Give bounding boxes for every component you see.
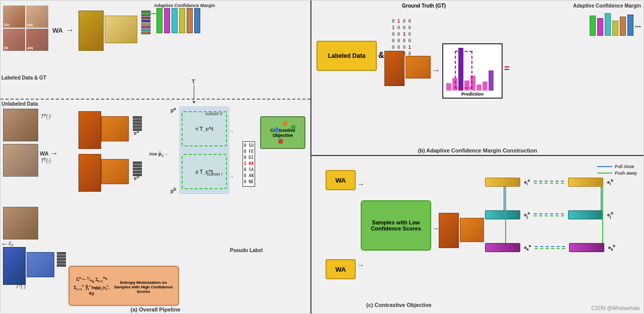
ek-b-label: ekb xyxy=(608,244,615,252)
ave-label: Ave p̃c→ xyxy=(149,151,168,158)
arrow-green-1 xyxy=(150,13,158,14)
bar-7 xyxy=(489,70,494,91)
contrastive-box: Contrastive Objective xyxy=(260,116,305,149)
ts-label: Ts(·) xyxy=(16,282,26,289)
feat-vec-blue xyxy=(57,252,66,267)
rt-nn-orange xyxy=(384,51,405,86)
threshold-upper-box: < T_c^t xyxy=(182,111,227,146)
subset-i-label: subset I xyxy=(206,172,222,177)
bar-5 xyxy=(476,85,481,91)
bar-6 xyxy=(482,82,488,91)
tb-label: Tb(·) xyxy=(41,156,51,164)
arrow-box-right: → xyxy=(432,224,439,232)
ei-a-block xyxy=(485,178,520,187)
ek-a-block xyxy=(485,243,520,252)
vert-line-left-1 xyxy=(504,187,505,210)
legend-pull: Pull close xyxy=(597,164,637,169)
subset-ii-arrow: → xyxy=(229,129,234,134)
rt-arrow-right: → xyxy=(432,66,440,75)
nn-block-top xyxy=(78,11,104,51)
ek-push-arrow xyxy=(535,248,565,249)
right-top-label: (b) Adaptive Confidence Margin Construct… xyxy=(418,147,537,153)
acm-label-top: Adaptive Confidence Margin xyxy=(154,3,215,8)
ea-label: ea xyxy=(134,129,139,136)
right-bottom-left: WA WA Samples with Low Confidence Scores… xyxy=(315,160,482,309)
wa-arrow-top: WA → xyxy=(52,26,74,35)
watermark: CSDN @Whalawhala xyxy=(591,305,639,311)
low-confidence-box: Samples with Low Confidence Scores xyxy=(361,200,431,251)
ei-pull-arrow xyxy=(534,181,564,182)
labeled-data-label: Labeled Data & GT xyxy=(2,75,46,81)
bar-chart-container xyxy=(445,46,500,92)
row-ei: eia eib xyxy=(485,178,613,187)
nn-blue-bottom-fc xyxy=(27,252,54,277)
diagram-wrapper: Labeled Data & GT SU HA DI AN WA → xyxy=(1,1,643,313)
pb-label: pb xyxy=(171,187,176,194)
right-top-panel: Ground Truth (GT) 0 1 0 0 1 0 0 0 0 0 1 … xyxy=(311,1,643,156)
face-su: SU xyxy=(3,6,25,28)
threshold-upper-label: < T_c^t xyxy=(195,126,213,132)
face-grid: SU HA DI AN xyxy=(3,6,48,51)
dashed-highlight xyxy=(455,51,472,89)
ei-arrows xyxy=(534,181,564,184)
face-di-label: DI xyxy=(4,46,8,50)
face-su-label: SU xyxy=(4,23,10,27)
face-ha: HA xyxy=(26,6,48,28)
legend-push: Push away xyxy=(597,171,637,176)
vert-line-left-2 xyxy=(505,187,506,243)
pseudo-label-text: Pseudo Label xyxy=(230,248,263,253)
row-ej: eja ejb xyxy=(485,210,613,219)
face-an: AN xyxy=(26,29,48,51)
ek-b-block xyxy=(569,243,604,252)
subset-ii-label: subset II xyxy=(205,111,222,116)
acm-blocks-right: ... xyxy=(590,13,641,36)
wa-box-top: WA xyxy=(326,170,356,190)
feat-vec-top xyxy=(141,11,150,34)
face-an-label: AN xyxy=(27,46,33,50)
entropy-box: ℒu = -1/Nh Σi=1Nh Σc=1C ỹic log(pc(xis, … xyxy=(68,266,179,306)
face-di: DI xyxy=(3,29,25,51)
ej-a-label: eja xyxy=(524,211,530,219)
pipeline-label: (a) Overall Pipeline xyxy=(130,306,180,312)
entropy-label: Entropy Minimization on Samples with Hig… xyxy=(111,280,176,294)
unlabeled-face-2 xyxy=(3,144,38,177)
arrow-wa-top-right: → xyxy=(357,180,364,188)
nn-fc-top xyxy=(105,16,137,43)
t-arrow: T ▼ xyxy=(192,78,196,105)
ei-b-label: eib xyxy=(607,178,613,186)
nn-orange-lower-fc xyxy=(101,159,129,184)
arrow-wa-bottom-right: → xyxy=(357,261,364,269)
prediction-chart: Prediction xyxy=(442,43,503,99)
right-bottom-left-label: (c) Contrastive Objective xyxy=(366,302,432,308)
right-panel: Ground Truth (GT) 0 1 0 0 1 0 0 0 0 0 1 … xyxy=(311,1,643,313)
legend: Pull close Push away xyxy=(597,164,637,176)
nn-blue-bottom xyxy=(3,247,26,285)
acm-top-right: Adaptive Confidence Margin xyxy=(573,3,641,9)
ei-push-arrow xyxy=(534,183,564,184)
dashed-divider xyxy=(1,99,310,100)
nn-orange-upper xyxy=(78,111,101,149)
ej-pull-arrow xyxy=(534,213,564,214)
ej-push-arrow xyxy=(534,215,564,216)
rb-nn-orange-fc xyxy=(460,218,484,242)
prediction-label: Prediction xyxy=(445,92,500,97)
subset-i-arrow: → xyxy=(229,174,234,179)
ej-b-label: ejb xyxy=(607,211,613,219)
ei-a-label: eia xyxy=(524,178,530,186)
vert-line-right-2 xyxy=(602,187,603,243)
right-bottom-panel: WA WA Samples with Low Confidence Scores… xyxy=(311,156,643,313)
pa-label: pa xyxy=(171,106,176,113)
nn-orange-upper-fc xyxy=(101,116,129,141)
ej-arrows xyxy=(534,213,564,216)
rt-nn-orange-fc xyxy=(406,56,431,78)
acm-output-top xyxy=(156,8,200,33)
vert-line-right-1 xyxy=(601,187,602,210)
ek-pull-arrow xyxy=(535,246,565,247)
unlabeled-face-1 xyxy=(3,109,38,141)
eb-label: eb xyxy=(134,174,139,181)
row-ek: eka ekb xyxy=(485,243,615,252)
bar-1 xyxy=(446,83,451,91)
equals-sign: = xyxy=(504,63,510,74)
gt-heading: Ground Truth (GT) xyxy=(402,3,446,9)
wa-box-bottom: WA xyxy=(326,259,356,279)
